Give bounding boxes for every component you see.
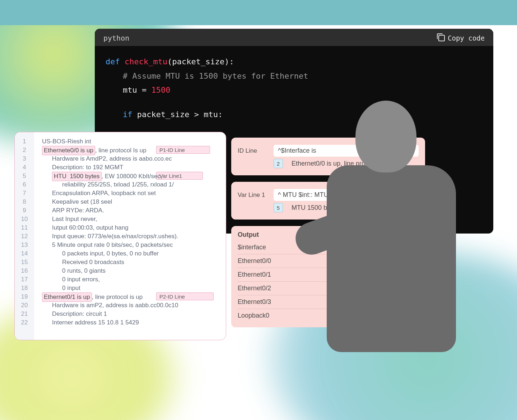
line-number-gutter: 12345678910111213141516171819202122	[15, 132, 34, 340]
function-name: check_mtu	[125, 57, 167, 66]
highlighted-text: Ethernete0/0 is up	[42, 146, 95, 155]
code-line: mtu = 1500	[106, 83, 483, 97]
code-line: 0 input errors,	[42, 275, 222, 284]
code-lines-area: P1-ID Line Var Line1 P2-ID Line US-BOS-R…	[34, 132, 226, 340]
code-line: ARP RYDe: ARDA.	[42, 206, 222, 215]
line-number: 4	[15, 163, 34, 172]
code-line: Input queue: 0773/e/e(sa.e/nax/crops/r.u…	[42, 232, 222, 241]
line-number: 10	[15, 215, 34, 223]
if-cond: packet_size > mtu:	[132, 110, 223, 119]
code-line: Description: circuit 1	[42, 310, 222, 318]
id-line-label: ID Line	[238, 147, 269, 154]
line-number: 12	[15, 232, 34, 241]
line-number: 11	[15, 223, 34, 232]
line-number: 18	[15, 284, 34, 292]
assign-lhs: mtu =	[123, 86, 151, 94]
line-number: 14	[15, 249, 34, 258]
code-body: def check_mtu(packet_size): # Assume MTU…	[95, 46, 493, 130]
output-row: Ethernet0/1	[238, 268, 419, 282]
id-line-card: ID Line ^$Interface is 2 Ethernet0/0 is …	[231, 138, 425, 175]
line-number: 19	[15, 292, 34, 301]
code-line: Iutput 60:00:03, output hang	[42, 223, 222, 232]
output-list: $interfaceEthernet0/0Ethernet0/1Ethernet…	[238, 241, 419, 322]
code-line: Keepalive set (18 seel	[42, 198, 222, 206]
clipboard-icon	[438, 35, 445, 41]
code-line: def check_mtu(packet_size):	[106, 55, 483, 69]
line-number: 15	[15, 258, 34, 267]
code-line: Encapsulation ARPA, loopback not set	[42, 189, 222, 198]
copy-code-button[interactable]: Copy code	[438, 34, 485, 42]
var-line-regex-field[interactable]: ^ MTU $int:: MTU byte	[274, 189, 419, 201]
number-literal: 1500	[151, 86, 170, 94]
code-line: 0 packets input, 0 bytes, 0 no buffer	[42, 249, 222, 258]
highlighted-text: Ethernet0/1 is up	[42, 292, 92, 302]
code-line: 0 input	[42, 284, 222, 292]
code-line: if packet_size > mtu:	[106, 107, 483, 122]
code-line: Hardware is AmdP2, address is aabo.cco.e…	[42, 154, 222, 163]
output-card: Output $interfaceEthernet0/0Ethernet0/1E…	[231, 226, 425, 327]
background-stripe	[0, 0, 517, 25]
code-language-label: python	[103, 34, 129, 42]
code-line: Ethernet0/1 is up, line protocol is up	[42, 292, 222, 301]
var-line-label: Var Line 1	[238, 191, 269, 199]
line-number: 16	[15, 267, 34, 275]
var-line-card: Var Line 1 ^ MTU $int:: MTU byte 5 MTU 1…	[231, 182, 425, 220]
line-number: 3	[15, 154, 34, 163]
id-line-regex-field[interactable]: ^$Interface is	[274, 145, 419, 157]
output-title: Output	[238, 231, 419, 239]
keyword-def: def	[106, 57, 120, 66]
line-number: 17	[15, 275, 34, 284]
line-number: 22	[15, 318, 34, 327]
line-text: , line protocol Is up	[95, 147, 146, 154]
keyword-if: if	[123, 110, 132, 119]
line-number: 20	[15, 301, 34, 310]
line-number: 21	[15, 310, 34, 318]
code-line: Ethernete0/0 is up, line protocol Is up	[42, 146, 222, 154]
code-line: Received 0 broadcasts	[42, 258, 222, 267]
line-number: 8	[15, 198, 34, 206]
line-number: 6	[15, 180, 34, 189]
line-number: 7	[15, 189, 34, 198]
line-number: 9	[15, 206, 34, 215]
code-line: reliability 255/25S, txload 1/255, rxloa…	[42, 180, 222, 189]
code-line: Interner address 15 10.8 1 5429	[42, 318, 222, 327]
code-blank-line	[106, 97, 483, 107]
code-line: HTU 1500 bytes, EW 108000 KbIt/sec,	[42, 172, 222, 180]
highlighted-text: HTU 1500 bytes	[52, 172, 102, 181]
id-line-match-number: 2	[274, 159, 283, 168]
code-panel-header: python Copy code	[95, 29, 493, 46]
output-header: $interface	[238, 241, 419, 254]
line-number: 13	[15, 241, 34, 249]
left-code-editor-panel: 12345678910111213141516171819202122 P1-I…	[14, 132, 226, 340]
id-line-match-text: Ethernet0/0 is up, line protocol is up	[292, 160, 394, 167]
output-row: Loopback0	[238, 309, 419, 322]
line-number: 5	[15, 172, 34, 180]
code-line: 0 runts, 0 giants	[42, 267, 222, 275]
code-line: Description: to 192 MGMT	[42, 163, 222, 172]
line-text: , EW 108000 KbIt/sec,	[102, 173, 162, 180]
var-line-match-number: 5	[274, 203, 283, 212]
right-info-stack: ID Line ^$Interface is 2 Ethernet0/0 is …	[231, 138, 425, 327]
var-line-match-text: MTU 1500 byte	[292, 204, 336, 212]
output-row: Ethernet0/0	[238, 254, 419, 268]
output-row: Ethernet0/3	[238, 295, 419, 309]
output-row: Ethernet0/2	[238, 282, 419, 295]
line-text: , line protocol is up	[92, 294, 143, 300]
line-number: 1	[15, 137, 34, 146]
func-args: (packet_size):	[167, 57, 234, 66]
copy-code-label: Copy code	[448, 34, 485, 42]
code-line: Hardware is amP2, address is aabb.cc00.0…	[42, 301, 222, 310]
line-number: 2	[15, 146, 34, 154]
code-line: # Assume MTU is 1500 bytes for Ethernet	[106, 69, 483, 83]
code-line: US-BOS-Riesh int	[42, 137, 222, 146]
code-line: Last Input never,	[42, 215, 222, 223]
comment: # Assume MTU is 1500 bytes for Ethernet	[123, 71, 308, 80]
code-line: 5 Minute onput rate 0 bits/sec, 0 packet…	[42, 241, 222, 249]
